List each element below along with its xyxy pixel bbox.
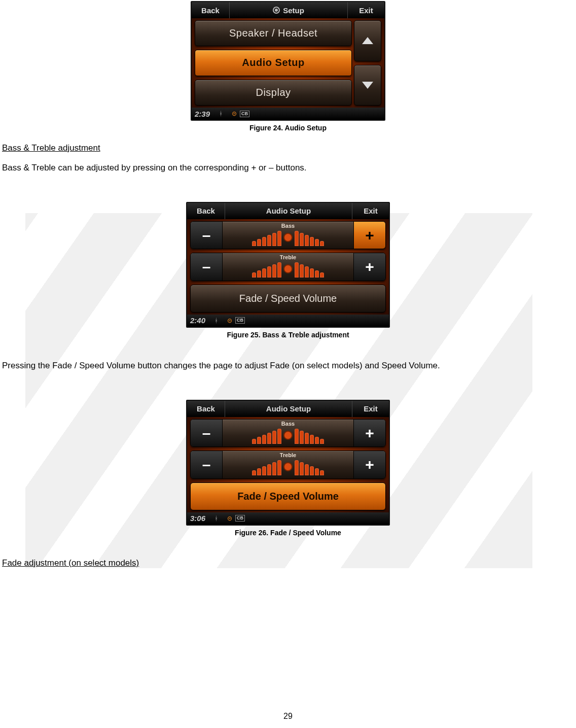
page-number: 29 [0, 712, 576, 721]
exit-button[interactable]: Exit [352, 401, 389, 417]
screen-title: Audio Setup [225, 203, 352, 219]
fade-speed-volume-button[interactable]: Fade / Speed Volume [190, 482, 386, 510]
screen-title: Setup [230, 2, 347, 18]
cb-badge: CB [235, 515, 245, 522]
bass-label: Bass [223, 223, 353, 229]
bass-minus-button[interactable]: – [191, 222, 223, 249]
treble-meter: Treble [223, 253, 353, 280]
menu-item-audio-setup[interactable]: Audio Setup [195, 50, 352, 76]
screenshot-audio-setup: Back Setup Exit Speaker / Headset Audio … [191, 1, 385, 121]
bass-plus-button[interactable]: + [353, 222, 385, 249]
figure-caption: Figure 25. Bass & Treble adjustment [0, 331, 576, 339]
paragraph-fade-speed: Pressing the Fade / Speed Volume button … [0, 360, 576, 372]
chevron-up-icon [362, 37, 373, 44]
figure-caption: Figure 24. Audio Setup [0, 124, 576, 132]
bluetooth-icon: ᚼ [214, 515, 218, 522]
cb-badge: CB [240, 111, 249, 117]
back-button[interactable]: Back [187, 401, 225, 417]
back-button[interactable]: Back [187, 203, 225, 219]
clock: 3:06 [190, 514, 205, 523]
section-heading-bass-treble: Bass & Treble adjustment [0, 143, 576, 153]
title-text: Setup [283, 6, 304, 15]
clock: 2:40 [190, 316, 205, 325]
bass-ticks [252, 229, 324, 246]
treble-ticks [252, 260, 324, 278]
section-heading-fade: Fade adjustment (on select models) [0, 558, 576, 568]
treble-plus-button[interactable]: + [353, 451, 385, 478]
clock: 2:39 [195, 110, 210, 118]
gear-icon [273, 7, 280, 14]
screenshot-fade-speed-volume: Back Audio Setup Exit – Bass + – Treble [186, 400, 390, 526]
scroll-down-button[interactable] [354, 65, 381, 106]
treble-meter: Treble [223, 451, 353, 478]
scroll-up-button[interactable] [354, 20, 381, 61]
status-bar: 2:39 ᚼ ⊝ CB [192, 108, 384, 120]
treble-label: Treble [223, 254, 353, 260]
treble-minus-button[interactable]: – [191, 253, 223, 280]
bass-ticks [252, 427, 324, 444]
back-button[interactable]: Back [192, 2, 230, 18]
menu-item-speaker-headset[interactable]: Speaker / Headset [195, 20, 352, 46]
figure-caption: Figure 26. Fade / Speed Volume [0, 529, 576, 537]
bass-minus-button[interactable]: – [191, 420, 223, 446]
bluetooth-icon: ᚼ [219, 110, 223, 117]
bass-plus-button[interactable]: + [353, 420, 385, 446]
menu-item-display[interactable]: Display [195, 80, 352, 106]
cb-badge: CB [235, 317, 245, 324]
harley-icon: ⊝ [227, 515, 232, 522]
exit-button[interactable]: Exit [347, 2, 384, 18]
harley-icon: ⊝ [227, 317, 232, 324]
status-bar: 2:40 ᚼ ⊝ CB [187, 315, 389, 327]
paragraph-bass-treble: Bass & Treble can be adjusted by pressin… [0, 162, 576, 174]
bass-row: – Bass + [190, 221, 386, 249]
treble-minus-button[interactable]: – [191, 451, 223, 478]
treble-row: – Treble + [190, 450, 386, 478]
chevron-down-icon [362, 82, 373, 89]
screenshot-bass-treble: Back Audio Setup Exit – Bass + – Treble [186, 202, 390, 328]
bass-meter: Bass [223, 222, 353, 249]
bluetooth-icon: ᚼ [214, 317, 218, 324]
treble-row: – Treble + [190, 253, 386, 281]
exit-button[interactable]: Exit [352, 203, 389, 219]
bass-label: Bass [223, 421, 353, 427]
treble-plus-button[interactable]: + [353, 253, 385, 280]
harley-icon: ⊝ [232, 110, 237, 117]
screen-title: Audio Setup [225, 401, 352, 417]
bass-row: – Bass + [190, 419, 386, 447]
fade-speed-volume-button[interactable]: Fade / Speed Volume [190, 285, 386, 313]
status-bar: 3:06 ᚼ ⊝ CB [187, 512, 389, 525]
treble-ticks [252, 458, 324, 475]
treble-label: Treble [223, 452, 353, 458]
bass-meter: Bass [223, 420, 353, 446]
